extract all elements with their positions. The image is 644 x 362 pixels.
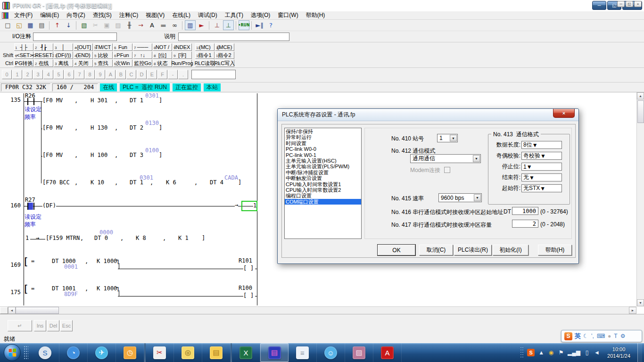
chevron-down-icon[interactable]: ▼ — [474, 194, 481, 201]
numpad-key[interactable]: 0 — [2, 70, 12, 79]
comm-format-combo[interactable]: 奇校验 ▼ — [521, 152, 562, 160]
chevron-down-icon[interactable]: ▼ — [473, 155, 480, 162]
comm-format-combo[interactable]: 无 ▼ — [521, 173, 562, 181]
print-icon[interactable]: ▤ — [36, 20, 47, 30]
numpad-key[interactable]: D — [137, 70, 147, 79]
plc-system-register-dialog[interactable]: PLC系统寄存器设置 - 通讯.fp × 保持/非保持异常时运行时间设置PC-l… — [277, 108, 579, 264]
help-icon[interactable]: ? — [265, 20, 276, 30]
fkey-button[interactable]: 12(MCE) — [215, 43, 234, 51]
taskbar-bird-app[interactable]: ✈ — [88, 343, 116, 362]
menu-item[interactable]: 查找(S) — [89, 11, 116, 19]
user-icon[interactable]: ● — [608, 333, 611, 339]
tray-device-icon[interactable]: ▯ — [584, 349, 590, 356]
station-number-combo[interactable]: 1 ▼ — [437, 134, 458, 142]
fkey-button[interactable]: 9[字] — [173, 51, 192, 59]
vertical-scrollbar[interactable]: ▲ ▼ — [636, 92, 644, 306]
chevron-down-icon[interactable]: ▼ — [527, 164, 532, 170]
taskbar-notepad[interactable]: ≡ — [289, 343, 317, 362]
fkey-button[interactable]: 3离线 — [54, 59, 73, 67]
numpad-key[interactable]: 2 — [23, 70, 33, 79]
numpad-key[interactable]: 6 — [64, 70, 74, 79]
fkey-button[interactable]: 7─── — [133, 43, 152, 51]
taskbar-sogou-browser[interactable]: S — [31, 343, 59, 362]
register-category-item[interactable]: 保持/非保持 — [285, 129, 361, 134]
taskbar-adobe-reader[interactable]: A — [373, 343, 402, 362]
comment-block-icon[interactable]: ▬ — [158, 20, 169, 30]
baud-rate-combo[interactable]: 9600 bps ▼ — [438, 193, 482, 202]
comm-format-combo[interactable]: 8位 ▼ — [521, 141, 562, 149]
fkey-button[interactable]: 6PFun — [113, 51, 132, 59]
menu-item[interactable]: 视图(V) — [142, 11, 168, 19]
register-category-item[interactable]: 异常时运行 — [285, 134, 361, 140]
ladder-monitor-icon[interactable]: ▥ — [185, 20, 196, 30]
ime-language-mode[interactable]: 英 — [575, 332, 581, 340]
rx-buffer-size-input[interactable]: 2 — [512, 220, 538, 228]
document-icon[interactable] — [2, 12, 8, 19]
tray-volume-icon[interactable]: ◄ — [594, 349, 600, 356]
monitor-pause-icon[interactable]: ►∥ — [254, 20, 265, 30]
save-icon[interactable]: ▦ — [25, 20, 36, 30]
esc-key-button[interactable]: Esc — [60, 320, 73, 331]
register-category-item[interactable]: PC-link W0-0 — [285, 146, 361, 152]
cut-icon[interactable]: ✂ — [90, 20, 101, 30]
numpad-key[interactable]: 3 — [33, 70, 43, 79]
taskbar-viewer-app[interactable]: ◎ — [174, 343, 202, 362]
taskbar-photo-viewer[interactable]: ▨ — [345, 343, 373, 362]
menu-item[interactable]: 文件(F) — [10, 11, 36, 19]
menu-item[interactable]: 注释(C) — [116, 11, 142, 19]
fkey-button[interactable]: 6次Win — [113, 59, 132, 67]
punct-icon[interactable]: ’, — [591, 333, 594, 339]
fkey-button[interactable]: 4(END) — [74, 51, 93, 59]
numpad-key[interactable]: . — [178, 70, 188, 79]
fkey-button[interactable]: 11PLC读取 — [195, 59, 215, 67]
fkey-button[interactable]: 2┦┟ — [34, 43, 53, 51]
register-category-item[interactable]: 中断触发沿设置 — [285, 175, 361, 181]
menu-item[interactable]: 帮助(H) — [302, 11, 329, 19]
comm-mode-combo[interactable]: 通用通信 ▼ — [410, 154, 481, 163]
upload-from-plc-icon[interactable]: ↑ — [52, 20, 63, 30]
menu-item[interactable]: 向导(Z) — [63, 11, 89, 19]
open-file-icon[interactable]: ◱ — [14, 20, 25, 30]
enter-key-button[interactable]: ↵ — [8, 320, 32, 331]
numpad-key[interactable]: 7 — [74, 70, 84, 79]
fkey-button[interactable]: 8[位] — [153, 51, 172, 59]
chevron-down-icon[interactable]: ▼ — [529, 174, 535, 181]
mdi-close-button[interactable]: × — [634, 1, 642, 7]
register-category-list[interactable]: 保持/非保持异常时运行时间设置PC-link W0-0PC-link W0-1主… — [284, 128, 362, 239]
taskbar-outlook[interactable]: ◷ — [116, 343, 144, 362]
description-input[interactable] — [178, 33, 289, 41]
rx-buffer-start-input[interactable]: 1000 — [512, 207, 538, 215]
mdi-minimize-button[interactable]: ─ — [617, 1, 625, 7]
show-desktop-button[interactable] — [637, 343, 642, 362]
numpad-key[interactable]: B — [116, 70, 126, 79]
fkey-button[interactable]: 7监控Go — [133, 59, 152, 67]
taskbar-file-manager[interactable]: ▤ — [202, 343, 231, 362]
fkey-button[interactable]: 1┤├ — [14, 43, 33, 51]
register-category-item[interactable]: CPU输入时间常数设置2 — [285, 187, 361, 193]
sogou-logo-icon[interactable]: S — [564, 332, 572, 340]
fkey-button[interactable]: 2<RESET> — [34, 51, 53, 59]
fkey-button[interactable]: 8NOT / — [153, 43, 172, 51]
fkey-button[interactable]: 9INDEX — [173, 43, 192, 51]
tray-sogou-icon[interactable]: S — [527, 349, 535, 356]
chevron-down-icon[interactable]: ▼ — [450, 135, 457, 141]
fkey-button[interactable]: 3│ — [54, 43, 73, 51]
comm-format-combo[interactable]: 1 ▼ — [521, 163, 562, 171]
horizontal-scrollbar[interactable]: ◄ ► — [0, 306, 636, 314]
register-category-item[interactable]: 中断/脉冲捕捉设置 — [285, 170, 361, 175]
plc-readout-button[interactable]: PLC读出(R) — [454, 245, 492, 255]
numpad-key[interactable]: A — [106, 70, 116, 79]
cancel-button[interactable]: 取消(C) — [419, 245, 453, 255]
menu-item[interactable]: 选项(O) — [247, 11, 274, 19]
fkey-button[interactable]: 11(MC) — [195, 43, 215, 51]
new-file-icon[interactable]: □ — [2, 20, 13, 30]
menu-item[interactable]: 窗口(W) — [274, 11, 302, 19]
numpad-key[interactable]: - — [168, 70, 178, 79]
numpad-key[interactable]: 9 — [95, 70, 105, 79]
copy-icon[interactable]: ▣ — [101, 20, 112, 30]
taskbar-excel[interactable]: X — [232, 343, 260, 362]
tray-network-icon[interactable]: ▂▄▆ — [568, 349, 580, 356]
download-to-plc-icon[interactable]: ↓ — [63, 20, 74, 30]
register-category-item[interactable]: 主单元输入设置(HSC) — [285, 158, 361, 164]
fkey-button[interactable]: 5TM/CT — [93, 43, 113, 51]
